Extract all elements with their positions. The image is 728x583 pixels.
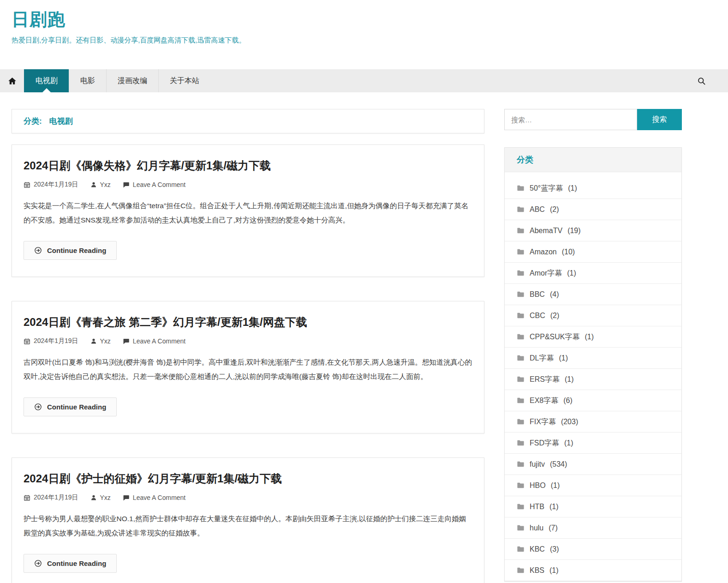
user-icon xyxy=(90,494,97,501)
category-link[interactable]: DL字幕 xyxy=(530,353,554,363)
post-author-link[interactable]: Yxz xyxy=(100,494,111,501)
post-list: 2024日剧《偶像失格》幻月字幕/更新1集/磁力下载 2024年1月19日 xyxy=(12,144,484,583)
category-item[interactable]: KBS (1) xyxy=(505,560,681,581)
home-icon xyxy=(8,77,17,85)
folder-icon xyxy=(517,566,525,574)
category-link[interactable]: EX8字幕 xyxy=(530,396,558,405)
category-item[interactable]: 50°蓝字幕 (1) xyxy=(505,178,681,199)
folder-icon xyxy=(517,184,525,192)
category-count: (10) xyxy=(562,247,575,257)
category-list: 50°蓝字幕 (1) ABC (2) AbemaTV (19) xyxy=(505,172,681,581)
post-excerpt: 实实花是一个高二学生,在人气偶像组合“tetra”担任C位。组合正处于人气上升期… xyxy=(24,198,472,227)
post-comments-link[interactable]: Leave A Comment xyxy=(133,181,185,188)
category-link[interactable]: FSD字幕 xyxy=(530,438,559,448)
continue-reading-button[interactable]: Continue Reading xyxy=(24,397,117,416)
comment-icon xyxy=(123,338,130,345)
category-item[interactable]: CBC (2) xyxy=(505,305,681,326)
category-count: (7) xyxy=(549,523,558,533)
category-count: (1) xyxy=(565,374,574,384)
category-item[interactable]: KBC (3) xyxy=(505,539,681,560)
category-link[interactable]: ABC xyxy=(530,204,545,214)
user-icon xyxy=(90,338,97,344)
category-link[interactable]: KBC xyxy=(530,544,545,554)
folder-icon xyxy=(517,418,525,426)
post-author-link[interactable]: Yxz xyxy=(100,337,111,345)
category-item[interactable]: HBO (1) xyxy=(505,475,681,496)
category-count: (1) xyxy=(549,565,559,575)
post-comments-link[interactable]: Leave A Comment xyxy=(133,337,185,345)
category-link[interactable]: KBS xyxy=(530,565,544,575)
category-item[interactable]: Amor字幕 (1) xyxy=(505,263,681,284)
category-link[interactable]: BBC xyxy=(530,289,545,299)
post-meta: 2024年1月19日 Yxz Leave A Com xyxy=(24,337,472,345)
continue-reading-button[interactable]: Continue Reading xyxy=(24,554,117,573)
category-count: (6) xyxy=(563,396,573,405)
category-item[interactable]: FSD字幕 (1) xyxy=(505,433,681,454)
category-link[interactable]: Amazon xyxy=(530,247,557,257)
category-link[interactable]: AbemaTV xyxy=(530,226,562,235)
category-link[interactable]: hulu xyxy=(530,523,543,533)
post-author: Yxz xyxy=(90,337,111,345)
category-item[interactable]: BBC (4) xyxy=(505,284,681,305)
category-link[interactable]: 50°蓝字幕 xyxy=(530,183,563,193)
nav-item[interactable]: 漫画改编 xyxy=(106,69,158,92)
post-author-link[interactable]: Yxz xyxy=(100,181,111,188)
category-link[interactable]: HBO xyxy=(530,481,546,490)
category-item[interactable]: AbemaTV (19) xyxy=(505,220,681,241)
category-item[interactable]: fujitv (534) xyxy=(505,454,681,475)
post-meta: 2024年1月19日 Yxz Leave A Com xyxy=(24,493,472,502)
category-link[interactable]: CPP&SUK字幕 xyxy=(530,332,579,342)
post-comments-link[interactable]: Leave A Comment xyxy=(133,494,185,501)
post-card: 2024日剧《护士的征婚》幻月字幕/更新1集/磁力下载 2024年1月19日 xyxy=(12,457,484,583)
folder-icon xyxy=(517,290,525,298)
continue-reading-label: Continue Reading xyxy=(47,403,106,411)
category-item[interactable]: FIX字幕 (203) xyxy=(505,411,681,433)
category-count: (1) xyxy=(551,481,560,490)
folder-icon xyxy=(517,524,525,532)
calendar-icon xyxy=(24,494,30,501)
category-item[interactable]: Amazon (10) xyxy=(505,241,681,263)
category-link[interactable]: HTB xyxy=(530,502,544,511)
continue-reading-button[interactable]: Continue Reading xyxy=(24,241,117,260)
category-item[interactable]: hulu (7) xyxy=(505,517,681,539)
category-count: (1) xyxy=(549,502,559,511)
site-header: 日剧跑 热爱日剧,分享日剧。还有日影、动漫分享,百度网盘高清下载,迅雷高速下载。 xyxy=(0,0,728,69)
category-link[interactable]: FIX字幕 xyxy=(530,417,556,427)
nav-item[interactable]: 关于本站 xyxy=(158,69,210,92)
post-title[interactable]: 2024日剧《偶像失格》幻月字幕/更新1集/磁力下载 xyxy=(24,159,472,173)
site-tagline: 热爱日剧,分享日剧。还有日影、动漫分享,百度网盘高清下载,迅雷高速下载。 xyxy=(12,36,728,45)
site-title[interactable]: 日剧跑 xyxy=(12,10,728,29)
category-item[interactable]: ERS字幕 (1) xyxy=(505,369,681,390)
category-link[interactable]: CBC xyxy=(530,311,545,320)
category-item[interactable]: HTB (1) xyxy=(505,496,681,517)
category-item[interactable]: CPP&SUK字幕 (1) xyxy=(505,326,681,348)
search-submit-button[interactable]: 搜索 xyxy=(637,109,682,130)
category-item[interactable]: EX8字幕 (6) xyxy=(505,390,681,411)
search-input[interactable] xyxy=(504,109,637,130)
continue-reading-label: Continue Reading xyxy=(47,246,106,254)
post-date-text: 2024年1月19日 xyxy=(34,337,78,345)
categories-widget: 分类 50°蓝字幕 (1) ABC (2) xyxy=(504,147,682,582)
category-item[interactable]: DL字幕 (1) xyxy=(505,348,681,369)
folder-icon xyxy=(517,312,525,319)
nav-item[interactable]: 电视剧 xyxy=(24,69,69,92)
category-count: (1) xyxy=(567,268,576,278)
category-item[interactable]: ABC (2) xyxy=(505,199,681,220)
arrow-circle-icon xyxy=(34,559,42,567)
post-date: 2024年1月19日 xyxy=(24,337,78,345)
nav-search-button[interactable] xyxy=(688,69,728,92)
post-title[interactable]: 2024日剧《护士的征婚》幻月字幕/更新1集/磁力下载 xyxy=(24,472,472,486)
category-link[interactable]: fujitv xyxy=(530,459,545,469)
nav-item[interactable]: 电影 xyxy=(69,69,106,92)
breadcrumb-category[interactable]: 电视剧 xyxy=(49,117,73,126)
post-date: 2024年1月19日 xyxy=(24,180,78,189)
arrow-circle-icon xyxy=(34,246,42,254)
post-author: Yxz xyxy=(90,494,111,501)
post-title[interactable]: 2024日剧《青春之旅 第二季》幻月字幕/更新1集/网盘下载 xyxy=(24,315,472,329)
post-card: 2024日剧《偶像失格》幻月字幕/更新1集/磁力下载 2024年1月19日 xyxy=(12,144,484,277)
nav-item-label: 漫画改编 xyxy=(118,76,147,86)
category-count: (534) xyxy=(550,459,567,469)
home-link[interactable] xyxy=(0,69,24,92)
category-link[interactable]: ERS字幕 xyxy=(530,374,560,384)
category-link[interactable]: Amor字幕 xyxy=(530,268,562,278)
